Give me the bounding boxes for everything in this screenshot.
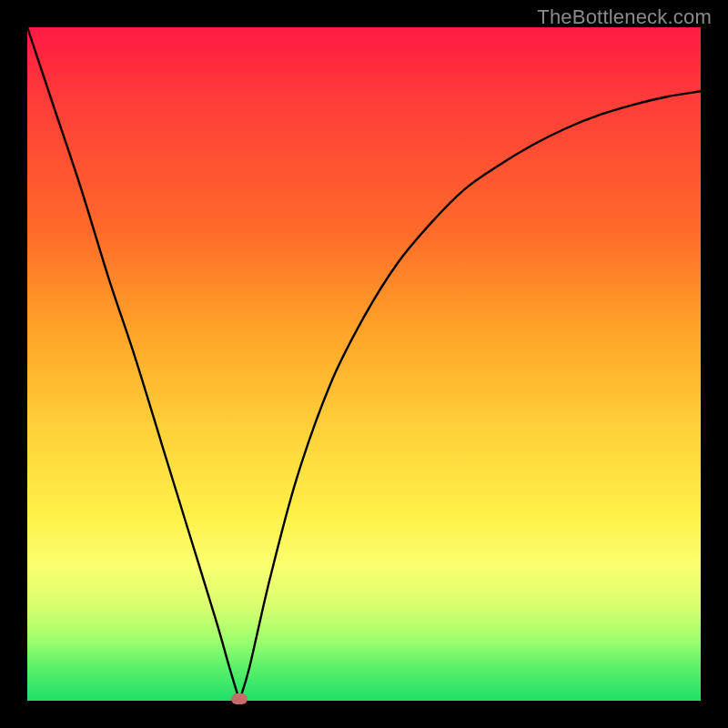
curve-path	[27, 27, 701, 701]
plot-area	[27, 27, 701, 701]
watermark-text: TheBottleneck.com	[537, 5, 712, 29]
bottleneck-curve	[27, 27, 701, 701]
chart-frame: TheBottleneck.com	[0, 0, 728, 728]
optimum-marker	[231, 693, 248, 704]
